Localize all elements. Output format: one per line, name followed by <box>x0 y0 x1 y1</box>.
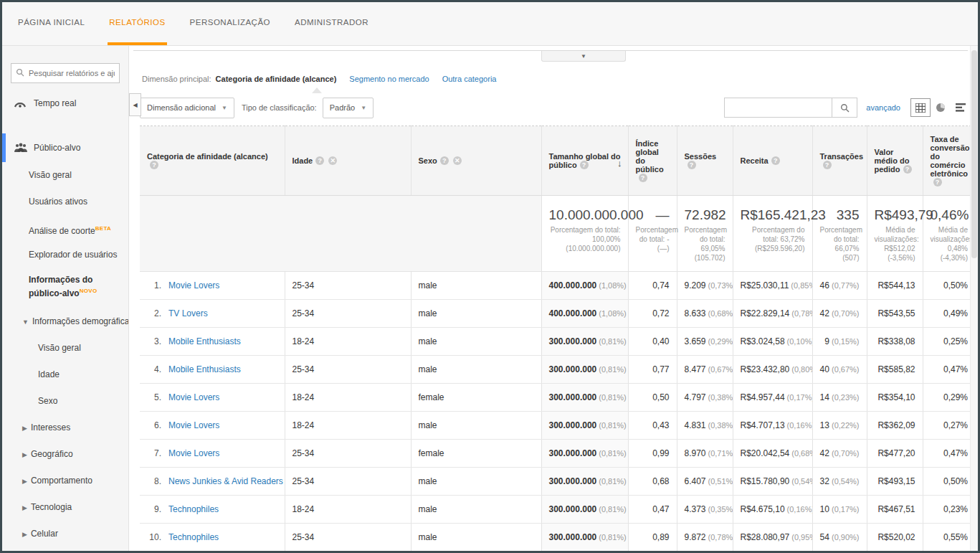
cell-age: 18-24 <box>285 412 411 440</box>
sidebar-item-explorador-usuarios[interactable]: Explorador de usuários <box>2 242 128 268</box>
cell-revenue: R$4.957,44(0,17%) <box>733 384 812 412</box>
header-tamanho-global[interactable]: Tamanho global do público?↓ <box>541 126 628 196</box>
tab-administrador[interactable]: ADMINISTRADOR <box>293 2 370 45</box>
sidebar-item-celular[interactable]: ▶Celular <box>2 521 128 547</box>
percentage-view-button[interactable] <box>931 98 951 117</box>
size-percent: (0,81%) <box>599 337 627 346</box>
advanced-search-link[interactable]: avançado <box>866 103 900 112</box>
dimension-active[interactable]: Categoria de afinidade (alcance) <box>216 75 337 83</box>
cell-size: 300.000.000(0,81%) <box>541 384 628 412</box>
help-icon[interactable]: ? <box>580 161 589 169</box>
index-value: 0,89 <box>652 532 669 542</box>
sidebar-item-analise-coorte[interactable]: Análise de coorteBETA <box>2 215 128 242</box>
sidebar-item-publico-alvo[interactable]: Público-alvo <box>2 133 128 162</box>
header-label: Índice global do público <box>636 139 664 174</box>
help-icon[interactable]: ? <box>771 156 780 165</box>
sidebar-item-geografico[interactable]: ▶Geográfico <box>2 441 128 468</box>
header-taxa-conversao[interactable]: Taxa de conversão do comércio eletrônico… <box>923 126 975 196</box>
top-nav: PÁGINA INICIAL RELATÓRIOS PERSONALIZAÇÃO… <box>2 2 978 46</box>
chart-panel-toggle[interactable]: ▼ <box>541 51 626 62</box>
secondary-dimension-button[interactable]: Dimensão adicional ▼ <box>140 98 234 118</box>
affinity-category-link[interactable]: Technophiles <box>168 504 219 514</box>
tab-personalizacao[interactable]: PERSONALIZAÇÃO <box>189 2 272 45</box>
remove-column-icon[interactable]: ✕ <box>328 156 337 165</box>
cell-gender: male <box>411 300 541 328</box>
sidebar-item-demograficas-visao-geral[interactable]: Visão geral <box>2 335 128 361</box>
cell-age: 18-24 <box>285 384 411 412</box>
help-icon[interactable]: ? <box>315 156 324 165</box>
header-indice-global[interactable]: Índice global do público? <box>628 126 677 196</box>
table-toolbar: Dimensão adicional ▼ Tipo de classificaç… <box>140 96 971 119</box>
affinity-category-link[interactable]: News Junkies & Avid Readers <box>168 476 283 486</box>
help-icon[interactable]: ? <box>688 161 696 169</box>
totals-blank-cell <box>140 196 541 272</box>
cell-sessions: 9.209(0,73%) <box>677 272 733 300</box>
affinity-category-link[interactable]: Mobile Enthusiasts <box>168 364 241 374</box>
transactions-value: 54 <box>820 532 829 542</box>
header-idade[interactable]: Idade?✕ <box>285 126 411 196</box>
help-icon[interactable]: ? <box>903 165 912 174</box>
help-icon[interactable]: ? <box>933 178 942 186</box>
conversion-value: 0,47% <box>943 448 968 458</box>
table-search-button[interactable] <box>832 98 857 118</box>
affinity-category-link[interactable]: TV Lovers <box>168 308 208 318</box>
table-view-button[interactable] <box>910 98 931 117</box>
remove-column-icon[interactable]: ✕ <box>453 156 462 165</box>
header-valor-medio[interactable]: Valor médio do pedido? <box>867 126 923 196</box>
sessions-percent: (0,51%) <box>708 477 733 486</box>
sidebar-item-sexo[interactable]: Sexo <box>2 388 128 415</box>
cell-index: 0,99 <box>628 440 677 468</box>
sidebar-item-informacoes-publico-alvo[interactable]: Informações do público-alvoNOVO <box>2 268 128 308</box>
sidebar-item-idade[interactable]: Idade <box>2 361 128 388</box>
vertical-scrollbar[interactable] <box>970 46 978 551</box>
dimension-link-segmento[interactable]: Segmento no mercado <box>349 75 429 83</box>
sidebar-item-personalizado[interactable]: ▶Personalizado <box>2 547 128 551</box>
totals-subtext: Média de visualizações: R$512,02 (-3,56%… <box>875 225 915 263</box>
help-icon[interactable]: ? <box>440 156 449 165</box>
conversion-value: 0,50% <box>943 280 968 290</box>
tab-relatorios[interactable]: RELATÓRIOS <box>108 2 166 45</box>
header-categoria[interactable]: Categoria de afinidade (alcance)? <box>140 126 285 196</box>
dimension-link-outra[interactable]: Outra categoria <box>442 75 497 83</box>
totals-subtext: Média de visualizações: 0,48% (-4,30%) <box>931 225 969 263</box>
affinity-category-link[interactable]: Technophiles <box>168 532 219 542</box>
sort-type-button[interactable]: Padrão ▼ <box>323 98 374 118</box>
sidebar-collapse-button[interactable]: ◀ <box>129 93 141 116</box>
cell-transactions: 10(0,17%) <box>812 496 867 524</box>
table-search-input[interactable] <box>724 98 832 118</box>
help-icon[interactable]: ? <box>639 174 647 182</box>
affinity-category-link[interactable]: Mobile Enthusiasts <box>168 336 241 346</box>
affinity-category-link[interactable]: Movie Lovers <box>168 420 219 430</box>
header-receita[interactable]: Receita? <box>733 126 812 196</box>
cell-index: 0,47 <box>628 496 677 524</box>
sidebar-item-visao-geral[interactable]: Visão geral <box>2 162 128 189</box>
help-icon[interactable]: ? <box>823 161 832 169</box>
header-sexo[interactable]: Sexo?✕ <box>411 126 541 196</box>
index-value: 0,77 <box>652 364 669 374</box>
sidebar-item-tempo-real[interactable]: Tempo real <box>2 89 128 118</box>
sidebar-item-informacoes-demograficas[interactable]: ▼Informações demográficas <box>2 308 128 335</box>
revenue-value: R$23.432,80 <box>741 364 790 374</box>
header-sessoes[interactable]: Sessões? <box>677 126 733 196</box>
header-transacoes[interactable]: Transações? <box>812 126 867 196</box>
performance-view-button[interactable] <box>951 98 971 117</box>
affinity-category-link[interactable]: Movie Lovers <box>168 280 219 290</box>
sidebar-item-interesses[interactable]: ▶Interesses <box>2 415 128 441</box>
cell-sessions: 6.407(0,51%) <box>677 468 733 496</box>
tab-pagina-inicial[interactable]: PÁGINA INICIAL <box>16 2 86 45</box>
sessions-value: 3.659 <box>685 336 706 346</box>
table-row: 3.Mobile Enthusiasts 18-24 male 300.000.… <box>140 328 975 356</box>
sidebar-item-tecnologia[interactable]: ▶Tecnologia <box>2 494 128 521</box>
sidebar-item-usuarios-ativos[interactable]: Usuários ativos <box>2 189 128 215</box>
cell-avg-order: R$543,55 <box>867 300 923 328</box>
totals-size: 10.000.000.000Porcentagem do total: 100,… <box>541 196 628 272</box>
sidebar-item-label: Celular <box>31 529 58 539</box>
cell-sessions: 4.373(0,35%) <box>677 496 733 524</box>
sidebar-item-comportamento[interactable]: ▶Comportamento <box>2 468 128 494</box>
help-icon[interactable]: ? <box>150 161 158 169</box>
affinity-category-link[interactable]: Movie Lovers <box>168 392 219 402</box>
cell-size: 300.000.000(0,81%) <box>541 468 628 496</box>
scrollbar-thumb[interactable] <box>971 50 977 258</box>
sidebar-search-input[interactable] <box>11 63 120 83</box>
affinity-category-link[interactable]: Movie Lovers <box>168 448 219 458</box>
